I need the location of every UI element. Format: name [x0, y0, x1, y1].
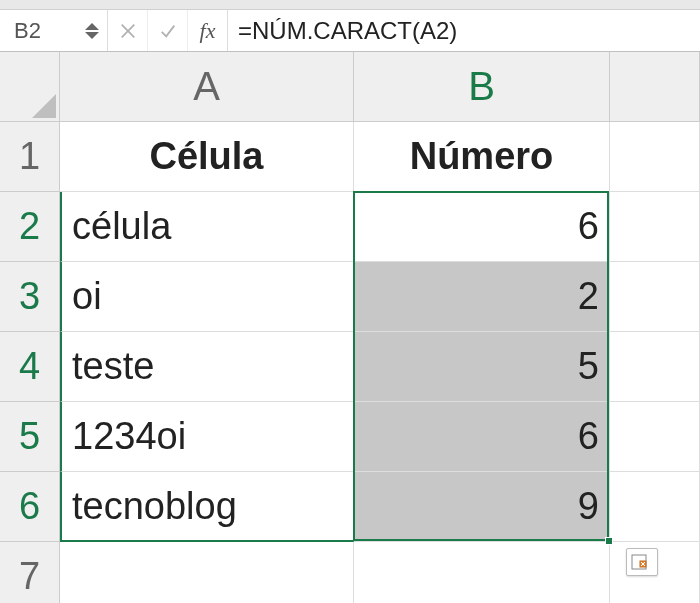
- row-header-1[interactable]: 1: [0, 122, 60, 192]
- cell-B3[interactable]: 2: [354, 262, 610, 332]
- cell-B1[interactable]: Número: [354, 122, 610, 192]
- cell-C4[interactable]: [610, 332, 700, 402]
- ribbon-edge: [0, 0, 700, 10]
- insert-function-button[interactable]: fx: [188, 10, 228, 51]
- check-icon: [159, 22, 177, 40]
- cell-C3[interactable]: [610, 262, 700, 332]
- cell-A4[interactable]: teste: [60, 332, 354, 402]
- cells-container: CélulaNúmerocélula6oi2teste51234oi6tecno…: [60, 122, 700, 603]
- row-header-6[interactable]: 6: [0, 472, 60, 542]
- cell-B7[interactable]: [354, 542, 610, 603]
- row-header-5[interactable]: 5: [0, 402, 60, 472]
- cell-B5[interactable]: 6: [354, 402, 610, 472]
- x-icon: [119, 22, 137, 40]
- fx-icon: fx: [200, 18, 216, 44]
- spinner-up-icon: [85, 23, 99, 30]
- cell-A5[interactable]: 1234oi: [60, 402, 354, 472]
- cell-C6[interactable]: [610, 472, 700, 542]
- row-header-4[interactable]: 4: [0, 332, 60, 402]
- cell-A6[interactable]: tecnoblog: [60, 472, 354, 542]
- select-all-corner[interactable]: [0, 52, 60, 122]
- row-header-2[interactable]: 2: [0, 192, 60, 262]
- cancel-button[interactable]: [108, 10, 148, 51]
- column-header-B[interactable]: B: [354, 52, 610, 122]
- cell-C1[interactable]: [610, 122, 700, 192]
- name-box-dropdown[interactable]: [85, 23, 99, 39]
- spinner-down-icon: [85, 32, 99, 39]
- fill-handle[interactable]: [605, 537, 613, 545]
- cell-A3[interactable]: oi: [60, 262, 354, 332]
- cell-A7[interactable]: [60, 542, 354, 603]
- cell-C2[interactable]: [610, 192, 700, 262]
- row-header-7[interactable]: 7: [0, 542, 60, 603]
- column-header-C[interactable]: [610, 52, 700, 122]
- cell-A2[interactable]: célula: [60, 192, 354, 262]
- column-headers: AB: [60, 52, 700, 122]
- cell-C5[interactable]: [610, 402, 700, 472]
- cell-B4[interactable]: 5: [354, 332, 610, 402]
- name-box[interactable]: B2: [0, 10, 108, 51]
- row-headers: 1234567: [0, 122, 60, 603]
- row-header-3[interactable]: 3: [0, 262, 60, 332]
- autofill-icon: [631, 552, 653, 572]
- autofill-options-button[interactable]: [626, 548, 658, 576]
- cell-B6[interactable]: 9: [354, 472, 610, 542]
- cell-B2[interactable]: 6: [354, 192, 610, 262]
- column-header-A[interactable]: A: [60, 52, 354, 122]
- formula-bar: B2 fx: [0, 10, 700, 52]
- name-box-value: B2: [14, 18, 85, 44]
- accept-button[interactable]: [148, 10, 188, 51]
- formula-input[interactable]: [228, 10, 700, 51]
- cell-A1[interactable]: Célula: [60, 122, 354, 192]
